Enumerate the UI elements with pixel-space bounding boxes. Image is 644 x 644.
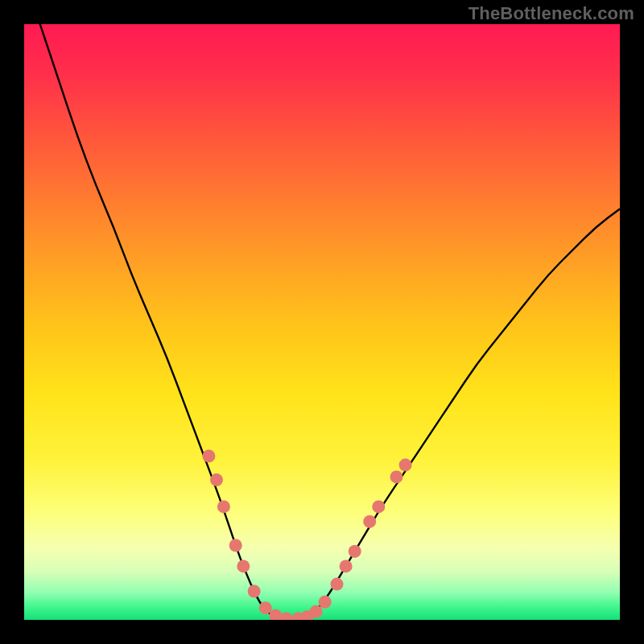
watermark-text: TheBottleneck.com: [469, 3, 634, 24]
marker-dot: [331, 578, 344, 591]
marker-dot: [259, 601, 272, 614]
marker-dot: [349, 545, 361, 558]
marker-dot: [390, 470, 403, 483]
gradient-background: [24, 24, 620, 620]
marker-dot: [372, 500, 385, 513]
marker-dot: [217, 500, 230, 513]
marker-dot: [310, 605, 323, 618]
marker-dot: [340, 559, 353, 572]
bottleneck-chart: [24, 24, 620, 620]
marker-dot: [399, 459, 412, 472]
marker-dot: [363, 515, 376, 528]
marker-dot: [248, 584, 261, 597]
plot-area: [24, 24, 620, 620]
marker-dot: [210, 473, 223, 486]
marker-dot: [237, 559, 250, 572]
marker-dot: [202, 450, 215, 463]
outer-frame: TheBottleneck.com: [0, 0, 644, 644]
marker-dot: [229, 539, 242, 552]
marker-dot: [319, 596, 332, 609]
